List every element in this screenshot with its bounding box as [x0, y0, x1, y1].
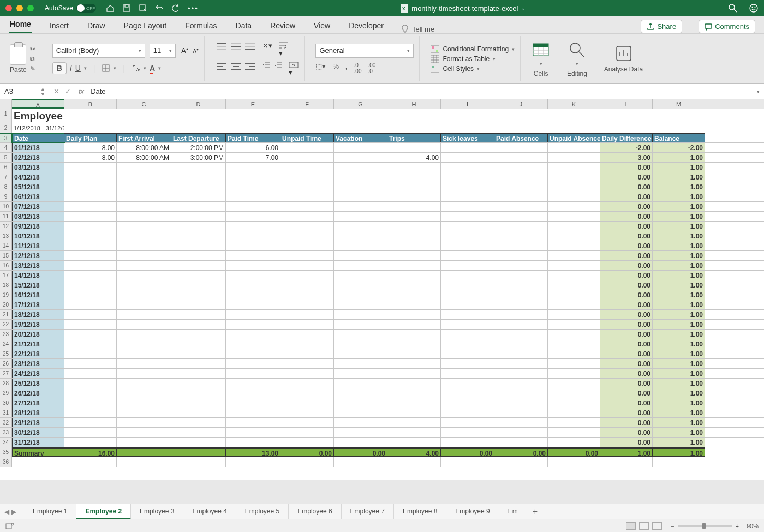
- cell[interactable]: 0.00: [600, 418, 653, 427]
- sheet-tab[interactable]: Employee 8: [394, 504, 446, 519]
- cell[interactable]: [494, 153, 548, 162]
- cell[interactable]: [494, 143, 548, 152]
- cell[interactable]: [64, 123, 117, 133]
- cell[interactable]: 0.00: [600, 398, 653, 408]
- cell[interactable]: 0.00: [600, 428, 653, 437]
- cell[interactable]: [548, 172, 600, 182]
- analyse-icon[interactable]: [614, 44, 633, 63]
- cell[interactable]: [117, 418, 171, 427]
- row-header[interactable]: 1: [0, 109, 12, 123]
- maximize-window-button[interactable]: [27, 5, 34, 11]
- cell[interactable]: [171, 241, 226, 250]
- cell[interactable]: 1.00: [653, 408, 705, 417]
- cell[interactable]: [441, 192, 494, 201]
- ribbon-tab-draw[interactable]: Draw: [86, 18, 106, 33]
- cell[interactable]: 1.00: [653, 388, 705, 398]
- cell[interactable]: 1.00: [653, 349, 705, 358]
- cell[interactable]: 1.00: [653, 428, 705, 437]
- cell[interactable]: [494, 212, 548, 221]
- macro-record-icon[interactable]: [5, 522, 14, 530]
- cell[interactable]: [334, 251, 387, 260]
- cell[interactable]: [494, 388, 548, 398]
- cell[interactable]: [171, 428, 226, 437]
- cell[interactable]: 1.00: [653, 182, 705, 192]
- column-header-G[interactable]: G: [334, 99, 387, 109]
- row-header[interactable]: 25: [0, 349, 12, 358]
- cell[interactable]: [334, 153, 387, 162]
- cell[interactable]: [117, 192, 171, 201]
- cell[interactable]: [64, 418, 117, 427]
- bold-button[interactable]: B: [52, 62, 67, 74]
- cell[interactable]: [334, 408, 387, 417]
- cell[interactable]: [548, 330, 600, 339]
- cell[interactable]: [117, 310, 171, 319]
- cell[interactable]: [280, 123, 334, 133]
- align-center-icon[interactable]: [230, 62, 242, 71]
- cell[interactable]: [117, 241, 171, 250]
- row-header[interactable]: 14: [0, 241, 12, 250]
- cell[interactable]: [171, 300, 226, 309]
- cell[interactable]: -2.00: [600, 143, 653, 152]
- editing-icon[interactable]: [568, 40, 586, 59]
- row-header[interactable]: 24: [0, 339, 12, 349]
- cell[interactable]: [334, 320, 387, 329]
- search-icon[interactable]: [728, 3, 738, 13]
- column-header-J[interactable]: J: [494, 99, 548, 109]
- cell[interactable]: [64, 359, 117, 368]
- cell[interactable]: [387, 438, 441, 447]
- cell[interactable]: [441, 359, 494, 368]
- cell[interactable]: [441, 300, 494, 309]
- cell[interactable]: 1.00: [653, 241, 705, 250]
- cell[interactable]: [387, 339, 441, 349]
- cell[interactable]: [494, 192, 548, 201]
- cell[interactable]: 0.00: [600, 320, 653, 329]
- cell[interactable]: [280, 457, 334, 467]
- normal-view-icon[interactable]: [626, 522, 636, 530]
- cell[interactable]: [64, 222, 117, 231]
- cell[interactable]: [226, 418, 280, 427]
- cell[interactable]: [494, 290, 548, 300]
- cell[interactable]: 10/12/18: [12, 231, 64, 241]
- cell[interactable]: [226, 290, 280, 300]
- decrease-font-icon[interactable]: A▾: [193, 47, 199, 55]
- cell[interactable]: 23/12/18: [12, 359, 64, 368]
- cell[interactable]: [117, 300, 171, 309]
- cell[interactable]: [64, 172, 117, 182]
- cell[interactable]: [334, 222, 387, 231]
- cell[interactable]: [171, 251, 226, 260]
- font-color-button[interactable]: A: [150, 64, 155, 73]
- cell[interactable]: [548, 379, 600, 388]
- cell[interactable]: [117, 369, 171, 378]
- cell[interactable]: [280, 212, 334, 221]
- cell[interactable]: 02/12/18: [12, 153, 64, 162]
- cell[interactable]: [600, 123, 653, 133]
- cell[interactable]: [226, 379, 280, 388]
- cell[interactable]: [387, 143, 441, 152]
- cell[interactable]: [387, 290, 441, 300]
- sheet-tab[interactable]: Employee 6: [289, 504, 341, 519]
- cell[interactable]: [280, 359, 334, 368]
- cell[interactable]: 30/12/18: [12, 428, 64, 437]
- cell[interactable]: [226, 330, 280, 339]
- cell[interactable]: 1.00: [653, 202, 705, 211]
- cell[interactable]: 16.00: [64, 447, 117, 457]
- ribbon-tab-review[interactable]: Review: [269, 18, 296, 33]
- row-header[interactable]: 26: [0, 359, 12, 368]
- cell[interactable]: 1.00: [653, 231, 705, 241]
- cell[interactable]: Daily Plan: [64, 133, 117, 142]
- row-header[interactable]: 21: [0, 310, 12, 319]
- cell[interactable]: 0.00: [600, 330, 653, 339]
- cell[interactable]: 1.00: [653, 369, 705, 378]
- cell[interactable]: [280, 339, 334, 349]
- cell[interactable]: [64, 379, 117, 388]
- cell-styles-button[interactable]: Cell Styles▾: [431, 65, 515, 73]
- cell[interactable]: 1.00: [653, 339, 705, 349]
- cell[interactable]: [226, 172, 280, 182]
- cell[interactable]: [548, 310, 600, 319]
- sheet-tab[interactable]: Employee 4: [183, 504, 236, 519]
- cell[interactable]: [171, 192, 226, 201]
- cell[interactable]: [548, 418, 600, 427]
- font-name-select[interactable]: Calibri (Body)▾: [52, 44, 145, 58]
- cell[interactable]: [226, 271, 280, 280]
- cell[interactable]: [387, 192, 441, 201]
